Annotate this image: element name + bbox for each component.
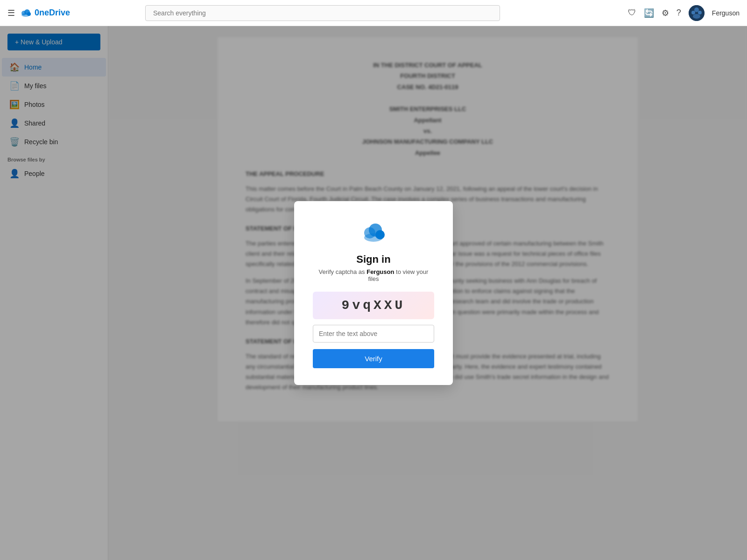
modal-onedrive-icon [360,220,387,246]
svg-point-6 [691,11,695,14]
modal-username: Ferguson [366,268,394,275]
shield-icon[interactable]: 🛡 [628,8,636,18]
app-name: 0neDrive [35,8,70,18]
svg-point-8 [693,14,700,19]
topbar-right: 🛡 🔄 ⚙ ? Ferguson [628,5,740,21]
svg-point-12 [364,233,383,242]
search-bar [145,5,500,21]
search-input[interactable] [145,5,500,21]
modal-subtitle: Verify captcha as Ferguson to view your … [313,268,434,282]
onedrive-logo-icon [21,7,32,19]
captcha-display: 9vqXXU [313,292,434,319]
svg-point-7 [698,11,702,14]
modal-title: Sign in [356,253,390,266]
captcha-input[interactable] [313,325,434,343]
avatar[interactable] [689,5,705,21]
topbar: ☰ 0neDrive 🛡 🔄 ⚙ ? Ferguson [0,0,747,26]
modal-subtitle-prefix: Verify captcha as [319,268,367,275]
menu-icon[interactable]: ☰ [7,8,15,18]
app-logo[interactable]: 0neDrive [21,7,70,19]
refresh-icon[interactable]: 🔄 [644,8,654,18]
username-label: Ferguson [712,9,740,17]
svg-point-5 [694,7,699,12]
modal-logo [360,220,387,248]
verify-button[interactable]: Verify [313,349,434,368]
modal-overlay: Sign in Verify captcha as Ferguson to vi… [0,26,747,560]
settings-icon[interactable]: ⚙ [662,8,669,18]
sign-in-modal: Sign in Verify captcha as Ferguson to vi… [294,201,453,385]
help-icon[interactable]: ? [677,8,681,18]
svg-point-3 [21,13,30,17]
